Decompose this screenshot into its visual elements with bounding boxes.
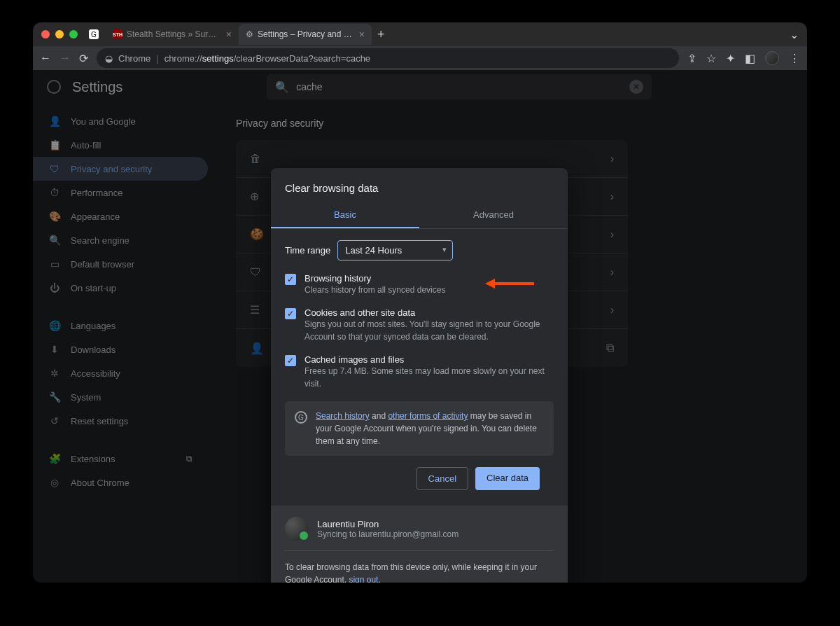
gear-icon: ⚙ bbox=[246, 29, 253, 39]
cancel-button[interactable]: Cancel bbox=[416, 467, 468, 490]
user-avatar bbox=[285, 517, 309, 541]
signout-note: To clear browsing data from this device … bbox=[285, 561, 554, 583]
tab-settings-privacy[interactable]: ⚙ Settings – Privacy and security × bbox=[239, 24, 372, 45]
window-controls bbox=[41, 30, 78, 39]
dialog-user-section: Laurentiu Piron Syncing to laurentiu.pir… bbox=[271, 506, 568, 583]
option-title: Browsing history bbox=[304, 273, 445, 284]
site-info-icon[interactable]: ◒ bbox=[105, 53, 113, 64]
tab-basic[interactable]: Basic bbox=[271, 202, 419, 228]
option-subtitle: Clears history from all synced devices bbox=[304, 284, 445, 296]
new-tab-button[interactable]: + bbox=[377, 27, 385, 42]
browser-toolbar: ← → ⟳ ◒ Chrome | chrome://settings/clear… bbox=[33, 46, 807, 70]
close-tab-icon[interactable]: × bbox=[226, 29, 232, 40]
time-range-label: Time range bbox=[285, 245, 330, 256]
url-prefix: Chrome bbox=[118, 53, 150, 64]
option-subtitle: Frees up 7.4 MB. Some sites may load mor… bbox=[304, 365, 554, 390]
minimize-window-button[interactable] bbox=[55, 30, 64, 39]
settings-page: Settings 🔍 ✕ 👤You and Google 📋Auto-fill … bbox=[33, 70, 807, 583]
option-title: Cached images and files bbox=[304, 354, 554, 365]
time-range-value: Last 24 Hours bbox=[345, 245, 402, 256]
toolbar-actions: ⇪ ☆ ✦ ◧ ⋮ bbox=[687, 51, 800, 65]
menu-icon[interactable]: ⋮ bbox=[789, 52, 800, 65]
checkbox-icon[interactable]: ✓ bbox=[285, 274, 296, 285]
sidepanel-icon[interactable]: ◧ bbox=[745, 52, 755, 65]
info-text: Search history and other forms of activi… bbox=[316, 410, 544, 447]
favicon-icon: STH bbox=[113, 29, 122, 39]
option-title: Cookies and other site data bbox=[304, 307, 554, 318]
tab-title: Stealth Settings » Sursa de tut bbox=[127, 29, 219, 39]
other-activity-link[interactable]: other forms of activity bbox=[388, 411, 468, 421]
time-range-select[interactable]: Last 24 Hours bbox=[337, 240, 453, 260]
user-sync-status: Syncing to laurentiu.piron@gmail.com bbox=[317, 529, 458, 539]
google-info-box: G Search history and other forms of acti… bbox=[285, 401, 554, 456]
close-window-button[interactable] bbox=[41, 30, 50, 39]
close-tab-icon[interactable]: × bbox=[359, 29, 365, 40]
extensions-icon[interactable]: ✦ bbox=[726, 52, 735, 65]
clear-data-button[interactable]: Clear data bbox=[475, 467, 540, 490]
checkbox-icon[interactable]: ✓ bbox=[285, 355, 296, 366]
pinned-tab-icon[interactable]: G bbox=[89, 29, 99, 39]
search-history-link[interactable]: Search history bbox=[316, 411, 370, 421]
tab-title: Settings – Privacy and security bbox=[258, 29, 352, 39]
clear-browsing-data-dialog: Clear browsing data Basic Advanced Time … bbox=[271, 168, 568, 583]
tab-strip: G STH Stealth Settings » Sursa de tut × … bbox=[89, 24, 799, 45]
share-icon[interactable]: ⇪ bbox=[687, 52, 696, 65]
titlebar: G STH Stealth Settings » Sursa de tut × … bbox=[33, 22, 807, 46]
tab-advanced[interactable]: Advanced bbox=[419, 202, 568, 228]
dialog-tabs: Basic Advanced bbox=[271, 202, 568, 229]
option-subtitle: Signs you out of most sites. You'll stay… bbox=[304, 318, 554, 343]
tabs-overflow-icon[interactable]: ⌄ bbox=[790, 28, 799, 41]
sign-out-link[interactable]: sign out bbox=[349, 575, 378, 583]
maximize-window-button[interactable] bbox=[69, 30, 78, 39]
tab-stealth-settings[interactable]: STH Stealth Settings » Sursa de tut × bbox=[106, 24, 239, 45]
option-cached[interactable]: ✓ Cached images and filesFrees up 7.4 MB… bbox=[285, 354, 554, 390]
user-name: Laurentiu Piron bbox=[317, 519, 458, 529]
address-bar[interactable]: ◒ Chrome | chrome://settings/clearBrowse… bbox=[97, 48, 679, 68]
bookmark-icon[interactable]: ☆ bbox=[706, 52, 716, 65]
reload-button[interactable]: ⟳ bbox=[79, 52, 88, 65]
back-button[interactable]: ← bbox=[40, 52, 51, 64]
forward-button[interactable]: → bbox=[59, 52, 71, 64]
google-icon: G bbox=[295, 411, 307, 424]
option-cookies[interactable]: ✓ Cookies and other site dataSigns you o… bbox=[285, 307, 554, 343]
checkbox-icon[interactable]: ✓ bbox=[285, 308, 296, 319]
dialog-title: Clear browsing data bbox=[271, 168, 568, 202]
browser-window: G STH Stealth Settings » Sursa de tut × … bbox=[33, 22, 807, 583]
profile-avatar[interactable] bbox=[765, 51, 779, 65]
url-text: chrome://settings/clearBrowserData?searc… bbox=[164, 53, 370, 64]
option-browsing-history[interactable]: ✓ Browsing historyClears history from al… bbox=[285, 273, 554, 296]
